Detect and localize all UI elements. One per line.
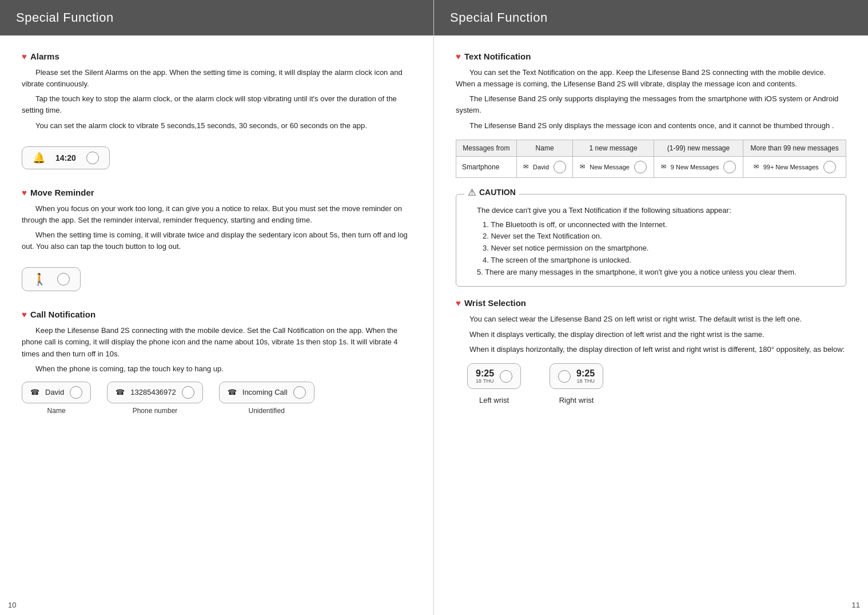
caution-triangle-icon: ⚠ <box>468 187 476 198</box>
wrist-selection-p1: You can select wear the Lifesense Band 2… <box>456 314 846 325</box>
right-content: ♥ Text Notification You can set the Text… <box>434 35 868 597</box>
move-reminder-p1: When you focus on your work too long, it… <box>22 203 412 226</box>
alarms-p3: You can set the alarm clock to vibrate 5… <box>22 120 412 132</box>
left-wrist-box: 9:25 18 THU <box>467 363 521 389</box>
call-phone-label: Phone number <box>133 407 178 415</box>
alarms-title-text: Alarms <box>30 51 59 61</box>
bell-icon: 🔔 <box>33 152 45 164</box>
table-header-name: Name <box>516 140 573 156</box>
text-notification-title-text: Text Notification <box>464 51 531 61</box>
caution-item-4: 4. The screen of the smartphone is unloc… <box>483 255 835 267</box>
right-page-num-text: 11 <box>852 601 860 609</box>
call-notification-section: ♥ Call Notification Keep the Lifesense B… <box>22 310 412 415</box>
table-cell-1msg: ✉ New Message <box>573 156 654 177</box>
left-wrist-sub: 18 THU <box>476 379 494 384</box>
call-device-row: ☎ David Name ☎ 13285436972 Phone number <box>22 382 412 415</box>
right-header: Special Function <box>434 0 868 35</box>
notification-table: Messages from Name 1 new message (1-99) … <box>456 140 846 178</box>
move-reminder-circle-button[interactable] <box>57 273 70 285</box>
caution-content: The device can't give you a Text Notific… <box>467 205 835 279</box>
left-page: Special Function ♥ Alarms Please set the… <box>0 0 434 615</box>
caution-intro: The device can't give you a Text Notific… <box>467 205 835 217</box>
msg-icon-3: ✉ <box>661 163 666 170</box>
table-cell-99msg-val: 99+ New Messages <box>763 164 819 170</box>
alarm-time-display: 14:20 <box>55 153 76 162</box>
heart-icon-wrist: ♥ <box>456 298 461 308</box>
left-page-num-text: 10 <box>8 601 16 609</box>
call-phone-value: 13285436972 <box>130 388 176 396</box>
table-header-1msg: 1 new message <box>573 140 654 156</box>
call-phone-circle[interactable] <box>182 386 194 399</box>
caution-item-2: 2. Never set the Text Notification on. <box>483 231 835 243</box>
call-notification-title-text: Call Notification <box>30 310 95 319</box>
wrist-selection-section: ♥ Wrist Selection You can select wear th… <box>456 298 846 404</box>
table-cell-name-val: David <box>533 164 549 170</box>
wrist-selection-title-text: Wrist Selection <box>464 298 526 308</box>
call-incoming-circle[interactable] <box>293 386 306 399</box>
table-circle-1[interactable] <box>554 161 566 173</box>
left-wrist-time: 9:25 <box>476 368 494 379</box>
msg-icon-2: ✉ <box>580 163 585 170</box>
caution-item-1: 1. The Bluetooth is off, or unconnected … <box>483 219 835 231</box>
call-incoming-label: Unidentified <box>248 407 284 415</box>
right-wrist-cell: 9:25 18 THU Right wrist <box>550 363 603 404</box>
table-cell-name: ✉ David <box>516 156 573 177</box>
left-wrist-time-block: 9:25 18 THU <box>476 368 494 384</box>
caution-item-5: 5. There are many messages in the smartp… <box>477 267 835 279</box>
move-reminder-display-box: 🚶 <box>22 267 81 291</box>
table-header-nmsg: (1-99) new message <box>654 140 743 156</box>
right-wrist-sub: 18 THU <box>577 379 595 384</box>
right-wrist-time-block: 9:25 18 THU <box>576 368 595 384</box>
table-cell-1msg-val: New Message <box>590 164 630 170</box>
alarm-display-box: 🔔 14:20 <box>22 146 110 169</box>
table-cell-nmsg-val: 9 New Messages <box>671 164 719 170</box>
wrist-selection-p3: When it displays horizontally, the displ… <box>456 344 846 355</box>
right-wrist-label: Right wrist <box>559 396 594 404</box>
msg-icon-1: ✉ <box>523 163 528 170</box>
table-circle-2[interactable] <box>634 161 647 173</box>
call-box-name: ☎ David <box>22 382 91 403</box>
right-page-number: 11 <box>434 597 868 615</box>
table-header-99msg: More than 99 new messages <box>743 140 846 156</box>
phone-icon-incoming: ☎ <box>228 388 237 396</box>
text-notification-title: ♥ Text Notification <box>456 51 846 61</box>
alarm-circle-button[interactable] <box>86 152 99 164</box>
text-notification-p2: The Lifesense Band 2S only supports disp… <box>456 93 846 116</box>
right-wrist-circle[interactable] <box>558 370 571 383</box>
left-wrist-day: 18 <box>476 379 481 384</box>
left-wrist-label: Left wrist <box>479 396 509 404</box>
move-reminder-title-text: Move Reminder <box>30 188 94 197</box>
move-reminder-title: ♥ Move Reminder <box>22 188 412 197</box>
wrist-selection-p2: When it displays vertically, the display… <box>456 329 846 340</box>
left-wrist-circle[interactable] <box>500 370 512 383</box>
left-wrist-cell: 9:25 18 THU Left wrist <box>467 363 521 404</box>
left-content: ♥ Alarms Please set the Silent Alarms on… <box>0 35 433 597</box>
heart-icon-text: ♥ <box>456 51 461 61</box>
caution-header: ⚠ CAUTION <box>464 187 519 198</box>
call-box-phone: ☎ 13285436972 <box>107 382 203 403</box>
table-row-smartphone: Smartphone ✉ David ✉ <box>456 156 846 177</box>
table-circle-4[interactable] <box>823 161 836 173</box>
alarms-title: ♥ Alarms <box>22 51 412 61</box>
table-cell-99msg: ✉ 99+ New Messages <box>743 156 846 177</box>
table-header-from: Messages from <box>456 140 517 156</box>
call-box-incoming: ☎ Incoming Call <box>219 382 314 403</box>
move-reminder-section: ♥ Move Reminder When you focus on your w… <box>22 188 412 294</box>
left-header: Special Function <box>0 0 433 35</box>
msg-icon-4: ✉ <box>754 163 759 170</box>
caution-item-3: 3. Never set notice permission on the sm… <box>483 243 835 255</box>
text-notification-p1: You can set the Text Notification on the… <box>456 67 846 90</box>
right-wrist-weekday: THU <box>584 379 595 384</box>
call-device-phone: ☎ 13285436972 Phone number <box>107 382 203 415</box>
wrist-selection-title: ♥ Wrist Selection <box>456 298 846 308</box>
table-cell-label: Smartphone <box>456 156 517 177</box>
table-circle-3[interactable] <box>723 161 736 173</box>
call-name-circle[interactable] <box>70 386 82 399</box>
call-device-incoming: ☎ Incoming Call Unidentified <box>219 382 314 415</box>
alarms-p1: Please set the Silent Alarms on the app.… <box>22 67 412 90</box>
right-wrist-time: 9:25 <box>576 368 595 379</box>
call-name-value: David <box>45 388 64 396</box>
phone-icon-name: ☎ <box>30 388 39 396</box>
caution-title-text: CAUTION <box>479 188 516 197</box>
heart-icon-alarms: ♥ <box>22 51 27 61</box>
